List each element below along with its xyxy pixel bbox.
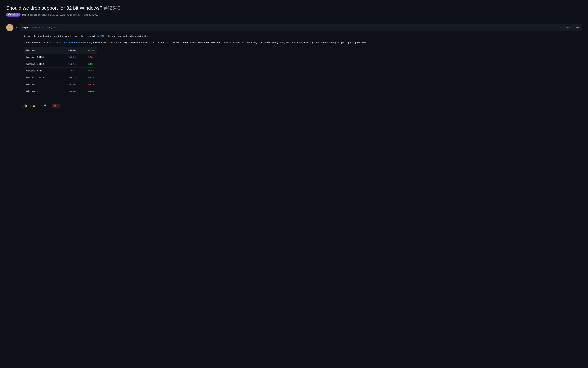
comment-paragraph-1: It's not really something that I want, b…	[24, 34, 578, 38]
member-badge: Member	[564, 26, 574, 29]
row-change: -0.04%	[78, 74, 97, 81]
divider	[6, 20, 582, 20]
thumbsdown-count: 3	[47, 104, 48, 107]
fixed-by-label: Fixed by	[83, 13, 91, 16]
thumbsup-count: 23	[36, 104, 38, 107]
row-percent: 15.59%	[59, 61, 78, 67]
issue-date: Mar 31, 2022	[51, 13, 65, 16]
steam-survey-link[interactable]: https://store.steampowered.com/hwsurvey	[49, 41, 92, 44]
comment-header: targos commented on Mar 31, 2022 Member …	[20, 24, 582, 31]
comment-header-left: targos commented on Mar 31, 2022	[22, 26, 57, 29]
comment-author: targos	[22, 26, 29, 29]
row-percent: 0.63%	[59, 74, 78, 81]
row-percent: 0.08%	[59, 88, 78, 95]
reaction-heart-button[interactable]: ❤️ 2	[52, 104, 60, 108]
comment-date-value: Mar 31, 2022	[45, 26, 57, 29]
reaction-smiley-button[interactable]: 😀	[22, 104, 29, 108]
issue-title: Should we drop support for 32 bit Window…	[6, 5, 582, 11]
table-row: Windows 8.1 64 bit 0.63% -0.04%	[24, 74, 97, 81]
header-col-1: Windows	[24, 47, 59, 54]
table-row: Windows 10 0.08% 0.00%	[24, 88, 97, 95]
row-name: Windows 10	[24, 88, 59, 95]
comment-paragraph-2: There are some stats on https://store.st…	[24, 41, 578, 45]
avatar-image	[6, 24, 13, 31]
comment-header-right: Member •••	[564, 26, 579, 29]
header-col-3: +0.19%	[78, 47, 97, 54]
fixed-by-ref[interactable]: #53184	[92, 13, 100, 16]
row-percent: 4.08%	[59, 67, 78, 74]
issue-author: targos	[22, 13, 29, 16]
issue-meta: ✓ Closed targos opened this issue on Mar…	[6, 13, 582, 17]
table-row: Windows 7 0.19% -0.02%	[24, 81, 97, 88]
smiley-emoji: 😀	[24, 104, 27, 107]
issue-header: Should we drop support for 32 bit Window…	[6, 5, 582, 17]
row-name: Windows 7 64 bit	[24, 67, 59, 74]
check-icon: ✓	[8, 13, 11, 16]
row-percent: 75.69%	[59, 54, 78, 61]
thumbsdown-emoji: 👎	[44, 104, 46, 107]
reactions-bar: 😀 👍 23 👎 3 ❤️ 2	[20, 102, 582, 110]
reaction-thumbsup-button[interactable]: 👍 23	[30, 104, 40, 108]
thumbsup-emoji: 👍	[32, 104, 35, 107]
stats-table: Windows 96.36% +0.19% Windows 10 64 bit …	[24, 47, 97, 95]
row-percent: 0.19%	[59, 81, 78, 88]
comment-body: It's not really something that I want, b…	[20, 31, 582, 102]
issue-title-text: Should we drop support for 32 bit Window…	[6, 5, 102, 11]
row-change: +0.35%	[78, 67, 97, 74]
issue-ref-link[interactable]: #42115	[97, 35, 104, 37]
comments-count: 43 comments	[67, 13, 81, 16]
comment-action: commented on Mar 31, 2022	[30, 26, 57, 29]
avatar	[6, 24, 13, 31]
collapse-arrow[interactable]: ◀	[16, 27, 17, 29]
table-header-row: Windows 96.36% +0.19%	[24, 47, 97, 54]
more-options-button[interactable]: •••	[576, 26, 579, 29]
row-name: Windows 10 64 bit	[24, 54, 59, 61]
table-row: Windows 10 64 bit 75.69% -2.13%	[24, 54, 97, 61]
row-change: 0.00%	[78, 88, 97, 95]
row-name: Windows 7	[24, 81, 59, 88]
heart-emoji: ❤️	[54, 104, 57, 107]
row-name: Windows 8.1 64 bit	[24, 74, 59, 81]
table-row: Windows 11 64 bit 15.59% +2.03%	[24, 61, 97, 67]
reaction-thumbsdown-button[interactable]: 👎 3	[41, 104, 50, 108]
row-change: +2.03%	[78, 61, 97, 67]
status-label: Closed	[12, 13, 18, 16]
status-badge: ✓ Closed	[6, 13, 20, 17]
issue-number: #42543	[104, 5, 121, 11]
heart-count: 2	[57, 104, 58, 107]
issue-meta-text: targos opened this issue on Mar 31, 2022…	[22, 13, 100, 16]
row-change: -2.13%	[78, 54, 97, 61]
comment-box: targos commented on Mar 31, 2022 Member …	[20, 24, 582, 110]
comment-section: ◀ targos commented on Mar 31, 2022 Membe…	[6, 24, 582, 110]
row-name: Windows 11 64 bit	[24, 61, 59, 67]
table-row: Windows 7 64 bit 4.08% +0.35%	[24, 67, 97, 74]
header-col-2: 96.36%	[59, 47, 78, 54]
row-change: -0.02%	[78, 81, 97, 88]
